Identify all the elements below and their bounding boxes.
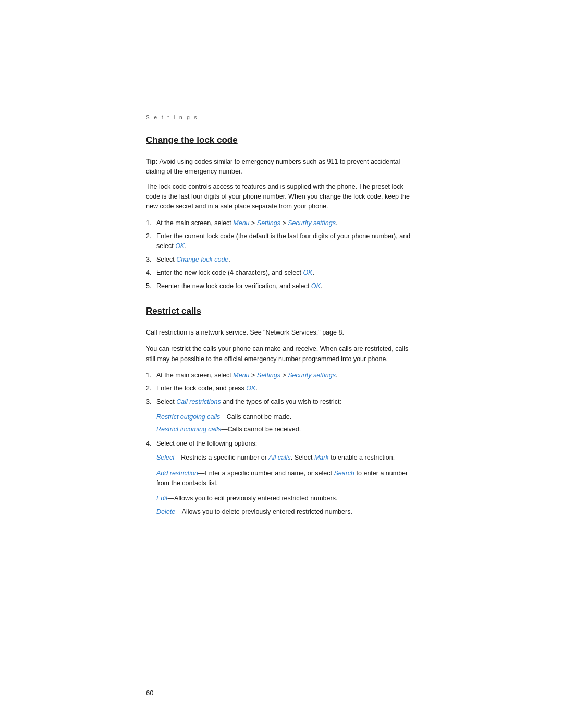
menu-link-1[interactable]: Menu [233,219,249,227]
page-number: 60 [146,689,153,697]
restrict-incoming-option: Restrict incoming calls—Calls cannot be … [156,425,417,435]
step-5: 5. Reenter the new lock code for verific… [146,281,417,291]
ok-link-4[interactable]: OK [246,385,255,392]
step-4: 4. Enter the new lock code (4 characters… [146,268,417,278]
ok-link-2[interactable]: OK [303,269,312,276]
restrict-step-2: 2. Enter the lock code, and press OK. [146,384,417,393]
restrict-calls-steps: 1. At the main screen, select Menu > Set… [146,371,417,407]
settings-link-2[interactable]: Settings [257,372,280,379]
lock-code-body: The lock code controls access to feature… [146,182,417,212]
add-restriction-option: Add restriction—Enter a specific number … [156,468,417,489]
change-lock-code-steps: 1. At the main screen, select Menu > Set… [146,218,417,291]
edit-link[interactable]: Edit [156,495,168,502]
all-calls-link[interactable]: All calls [268,454,290,461]
tip-text: Tip: Avoid using codes similar to emerge… [146,157,417,177]
restrict-calls-body1: Call restriction is a network service. S… [146,328,417,338]
ok-link-3[interactable]: OK [311,282,321,290]
restrict-incoming-link[interactable]: Restrict incoming calls [156,426,221,433]
restrict-step4-list: 4. Select one of the following options: [146,439,417,449]
delete-link[interactable]: Delete [156,508,175,515]
security-settings-link-2[interactable]: Security settings [288,372,336,379]
page-container: S e t t i n g s Change the lock code Tip… [0,0,563,728]
step4-options-block: Select—Restricts a specific number or Al… [156,453,417,517]
mark-link[interactable]: Mark [314,454,329,461]
search-link[interactable]: Search [334,470,354,477]
call-restrictions-link[interactable]: Call restrictions [176,398,221,405]
restrict-step-4: 4. Select one of the following options: [146,439,417,449]
tip-body: Avoid using codes similar to emergency n… [146,158,400,175]
change-lock-code-link[interactable]: Change lock code [176,256,228,263]
restrict-outgoing-link[interactable]: Restrict outgoing calls [156,413,220,421]
tip-bold: Tip: [146,158,158,165]
step-3: 3. Select Change lock code. [146,255,417,265]
section-label: S e t t i n g s [146,115,417,120]
step-2: 2. Enter the current lock code (the defa… [146,231,417,252]
restrict-options-block: Restrict outgoing calls—Calls cannot be … [156,412,417,435]
restrict-calls-body2: You can restrict the calls your phone ca… [146,344,417,364]
change-lock-code-title: Change the lock code [146,135,417,145]
restrict-calls-title: Restrict calls [146,306,417,316]
select-option: Select—Restricts a specific number or Al… [156,453,417,463]
menu-link-2[interactable]: Menu [233,372,249,379]
restrict-step-3: 3. Select Call restrictions and the type… [146,397,417,407]
restrict-outgoing-option: Restrict outgoing calls—Calls cannot be … [156,412,417,422]
ok-link-1[interactable]: OK [175,242,185,250]
delete-option: Delete—Allows you to delete previously e… [156,507,417,517]
select-link[interactable]: Select [156,454,175,461]
add-restriction-link[interactable]: Add restriction [156,470,198,477]
settings-link-1[interactable]: Settings [257,219,280,227]
step-1: 1. At the main screen, select Menu > Set… [146,218,417,228]
edit-option: Edit—Allows you to edit previously enter… [156,493,417,503]
security-settings-link-1[interactable]: Security settings [288,219,336,227]
restrict-step-1: 1. At the main screen, select Menu > Set… [146,371,417,380]
